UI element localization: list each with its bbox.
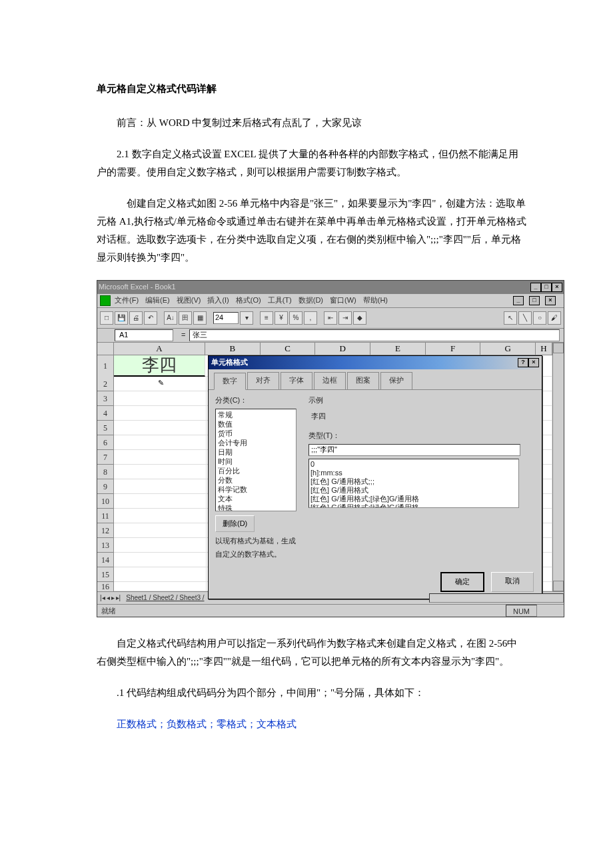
horizontal-scrollbar[interactable] <box>429 593 564 603</box>
col-A[interactable]: A <box>114 343 205 355</box>
doc-maximize-icon[interactable]: □ <box>529 296 540 305</box>
menu-view[interactable]: 视图(V) <box>177 294 201 307</box>
oval-icon[interactable]: ○ <box>533 311 546 325</box>
menu-data[interactable]: 数据(D) <box>299 294 323 307</box>
code-item[interactable]: [红色] G/通用格式 <box>310 486 517 495</box>
type-input[interactable]: ;;;"李四" <box>308 444 520 456</box>
new-icon[interactable]: □ <box>100 311 113 325</box>
code-item[interactable]: [红色] G/通用格式;[绿色]G/通用格 <box>310 503 517 508</box>
row-14[interactable]: 14 <box>97 553 114 567</box>
menu-help[interactable]: 帮助(H) <box>363 294 388 307</box>
cell-a2[interactable]: ✎ <box>114 377 207 391</box>
cat-item[interactable]: 货币 <box>216 429 296 438</box>
menu-tools[interactable]: 工具(T) <box>268 294 292 307</box>
select-all-corner[interactable] <box>97 343 114 355</box>
app-maximize-icon[interactable]: □ <box>541 283 552 292</box>
row-2[interactable]: 2 <box>97 377 114 391</box>
tab-number[interactable]: 数字 <box>214 373 246 390</box>
category-list[interactable]: 常规 数值 货币 会计专用 日期 时间 百分比 分数 科学记数 文本 <box>215 409 297 511</box>
row-8[interactable]: 8 <box>97 465 114 479</box>
row-11[interactable]: 11 <box>97 509 114 523</box>
col-D[interactable]: D <box>315 343 370 355</box>
row-12[interactable]: 12 <box>97 523 114 538</box>
percent-icon[interactable]: % <box>289 311 303 325</box>
row-10[interactable]: 10 <box>97 494 114 509</box>
tab-protect[interactable]: 保护 <box>380 372 412 389</box>
dropdown-icon[interactable]: ▾ <box>240 311 253 325</box>
vertical-scrollbar[interactable] <box>552 343 564 591</box>
row-15[interactable]: 15 <box>97 567 114 582</box>
col-C[interactable]: C <box>261 343 316 355</box>
code-item[interactable]: [红色] G/通用格式;[绿色]G/通用格 <box>310 495 517 503</box>
currency-icon[interactable]: ¥ <box>275 311 288 325</box>
row-5[interactable]: 5 <box>97 421 114 435</box>
print-icon[interactable]: 🖨 <box>129 311 143 325</box>
menu-file[interactable]: 文件(F) <box>115 294 139 307</box>
arrow-icon[interactable]: ↖ <box>504 311 517 325</box>
paint-icon[interactable]: 🖌 <box>548 311 561 325</box>
row-9[interactable]: 9 <box>97 479 114 494</box>
fill-color-icon[interactable]: ◆ <box>353 311 366 325</box>
indent-dec-icon[interactable]: ⇤ <box>324 311 337 325</box>
app-minimize-icon[interactable]: _ <box>530 283 541 292</box>
tab-border[interactable]: 边框 <box>314 372 346 389</box>
doc-close-icon[interactable]: × <box>545 296 556 305</box>
cat-item[interactable]: 百分比 <box>216 466 296 475</box>
row-7[interactable]: 7 <box>97 450 114 465</box>
tab-font[interactable]: 字体 <box>281 372 312 389</box>
cancel-button[interactable]: 取消 <box>491 572 534 592</box>
row-13[interactable]: 13 <box>97 538 114 553</box>
menu-insert[interactable]: 插入(I) <box>207 294 229 307</box>
cell-a1[interactable]: 李四 <box>114 355 205 377</box>
undo-icon[interactable]: ↶ <box>144 311 157 325</box>
row-3[interactable]: 3 <box>97 391 114 406</box>
row-6[interactable]: 6 <box>97 435 114 450</box>
nav-next-icon[interactable]: ▸ <box>111 592 115 604</box>
nav-first-icon[interactable]: |◂ <box>100 592 105 604</box>
col-H[interactable]: H <box>536 343 552 355</box>
name-box[interactable]: A1 <box>115 329 173 341</box>
menu-format[interactable]: 格式(O) <box>236 294 261 307</box>
cat-item[interactable]: 常规 <box>216 410 296 419</box>
tab-pattern[interactable]: 图案 <box>347 372 379 389</box>
menu-window[interactable]: 窗口(W) <box>330 294 356 307</box>
nav-prev-icon[interactable]: ◂ <box>107 592 110 604</box>
cat-item[interactable]: 日期 <box>216 447 296 457</box>
cat-item[interactable]: 科学记数 <box>216 485 296 494</box>
col-B[interactable]: B <box>205 343 261 355</box>
cat-item[interactable]: 时间 <box>216 457 296 466</box>
align-icon[interactable]: ≡ <box>260 311 273 325</box>
tab-align[interactable]: 对齐 <box>247 372 279 389</box>
ok-button[interactable]: 确定 <box>440 572 484 592</box>
menu-edit[interactable]: 编辑(E) <box>145 294 170 307</box>
dialog-close-icon[interactable]: × <box>528 358 539 367</box>
code-item[interactable]: [红色] G/通用格式;;; <box>310 477 517 486</box>
format-code-list[interactable]: 0 [h]:mm:ss [红色] G/通用格式;;; [红色] G/通用格式 [… <box>308 459 519 508</box>
chart-icon[interactable]: ▦ <box>193 311 207 325</box>
formula-input[interactable]: 张三 <box>189 329 560 341</box>
nav-last-icon[interactable]: ▸| <box>116 592 121 604</box>
doc-minimize-icon[interactable]: _ <box>513 296 524 305</box>
cell[interactable] <box>114 391 207 406</box>
col-F[interactable]: F <box>426 343 481 355</box>
save-icon[interactable]: 💾 <box>115 311 128 325</box>
cat-item[interactable]: 特殊 <box>216 503 296 511</box>
code-item[interactable]: [h]:mm:ss <box>310 469 517 477</box>
cat-item[interactable]: 会计专用 <box>216 438 296 447</box>
fontsize-box[interactable]: 24 <box>213 312 239 324</box>
cat-item[interactable]: 分数 <box>216 475 296 485</box>
col-E[interactable]: E <box>370 343 426 355</box>
col-G[interactable]: G <box>480 343 536 355</box>
cat-item[interactable]: 数值 <box>216 419 296 429</box>
code-item[interactable]: 0 <box>310 460 517 469</box>
row-16[interactable]: 16 <box>97 582 114 592</box>
cat-item[interactable]: 文本 <box>216 494 296 503</box>
border-icon[interactable]: 田 <box>179 311 192 325</box>
sheet-tab-list[interactable]: Sheet1 / Sheet2 / Sheet3 / <box>126 592 204 604</box>
comma-icon[interactable]: , <box>304 311 317 325</box>
dialog-help-icon[interactable]: ? <box>518 358 528 367</box>
delete-button[interactable]: 删除(D) <box>215 515 255 533</box>
app-close-icon[interactable]: × <box>552 283 562 292</box>
row-1[interactable]: 1 <box>97 355 114 377</box>
line-icon[interactable]: ╲ <box>518 311 532 325</box>
